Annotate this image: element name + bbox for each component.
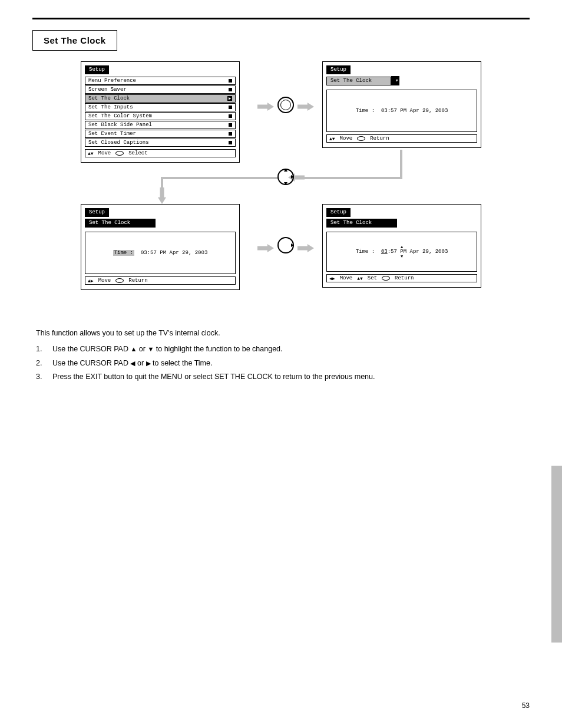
menu-item[interactable]: Set The Color System [85, 112, 236, 120]
tab-setup: Setup [326, 65, 351, 74]
instruction-step: 1. Use the CURSOR PAD ▲ or ▼ to highligh… [36, 344, 526, 355]
connector [400, 150, 402, 179]
menu-item-selected[interactable]: Set The Clock▶ [85, 94, 236, 103]
instruction-step: 2. Use the CURSOR PAD ◀ or ▶ to select t… [36, 358, 526, 369]
connector [163, 177, 277, 179]
flow-diagram: Setup Menu Preference Screen Saver Set T… [34, 61, 528, 315]
menu-item[interactable]: Set Black Side Panel [85, 121, 236, 129]
menu-item[interactable]: Set Event Timer [85, 130, 236, 138]
arrow-right-icon [257, 244, 274, 252]
osd-setup-menu: Setup Menu Preference Screen Saver Set T… [81, 61, 240, 163]
cursor-right-icon [277, 237, 294, 253]
cursor-select-icon [277, 97, 294, 113]
page-number: 53 [32, 701, 530, 710]
arrow-down-icon [158, 187, 166, 204]
arrow-right-icon [297, 103, 314, 111]
tab-setup: Setup [85, 65, 109, 74]
cursor-updown-icon [277, 169, 294, 185]
menu-item[interactable]: Menu Preference [85, 77, 236, 85]
instruction-text: This function allows you to set up the T… [36, 328, 526, 383]
tab-setup: Setup [85, 208, 109, 217]
help-bar: ▲▼Move Select [85, 149, 236, 157]
connector [161, 177, 163, 189]
section-title-box: Set The Clock [32, 30, 117, 51]
time-edit[interactable]: ▲ Time : 03:57 PM Apr 29, 2003 ▼ [326, 232, 477, 272]
time-display: Time : 03:57 PM Apr 29, 2003 [85, 232, 236, 274]
page-rule [32, 18, 530, 19]
tab-setup: Setup [326, 208, 351, 217]
help-bar: ◀▶Move ▲▼Set Return [326, 274, 477, 282]
osd-set-clock-hl: Setup Set The Clock Time : 03:57 PM Apr … [81, 204, 240, 290]
help-bar: ▲▶Move Return [85, 276, 236, 285]
time-display: Time : 03:57 PM Apr 29, 2003 [326, 90, 477, 132]
arrow-right-icon [297, 244, 314, 252]
arrow-right-icon [257, 103, 274, 111]
sub-set-clock: Set The Clock [326, 77, 391, 85]
sub-set-clock: Set The Clock [85, 219, 156, 228]
instruction-lead: This function allows you to set up the T… [36, 328, 526, 339]
instruction-step: 3. Press the EXIT button to quit the MEN… [36, 371, 526, 383]
osd-set-clock-view: Setup Set The Clock▾ Time : 03:57 PM Apr… [322, 61, 481, 148]
menu-item[interactable]: Screen Saver [85, 85, 236, 94]
menu-item[interactable]: Set Closed Captions [85, 139, 236, 147]
side-page-tab [551, 466, 562, 643]
menu-item[interactable]: Set The Inputs [85, 103, 236, 111]
help-bar: ▲▼Move Return [326, 134, 477, 143]
osd-set-clock-edit: Setup Set The Clock ▲ Time : 03:57 PM Ap… [322, 204, 481, 288]
sub-set-clock: Set The Clock [326, 219, 397, 228]
connector [305, 177, 402, 179]
